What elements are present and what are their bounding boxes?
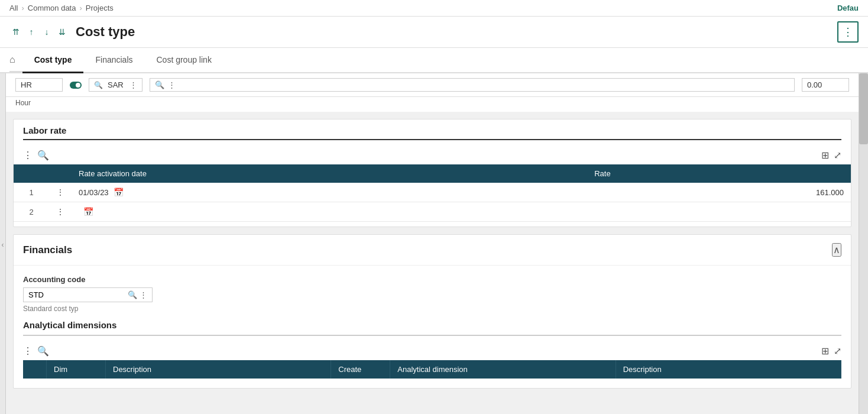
row1-more-icon[interactable]: ⋮ (56, 187, 64, 197)
hour-label-container: Hour (6, 97, 859, 112)
analytical-col-desc2: Description (616, 360, 841, 379)
row2-rate (587, 202, 851, 222)
scrollbar-track[interactable] (859, 73, 868, 414)
currency-more-icon[interactable]: ⋮ (129, 80, 137, 89)
col-rate-activation-date: Rate activation date (72, 164, 587, 183)
analytical-toolbar-search-icon[interactable]: 🔍 (37, 345, 49, 357)
home-icon[interactable]: ⌂ (9, 48, 22, 72)
col-num (14, 164, 49, 183)
row2-actions: ⋮ (49, 202, 72, 222)
empty-field: 🔍 ⋮ (150, 78, 795, 92)
tab-bar: ⌂ Cost type Financials Cost group link (0, 48, 868, 73)
row2-more-icon[interactable]: ⋮ (56, 207, 64, 216)
labor-toolbar-expand-icon[interactable]: ⤢ (834, 150, 841, 161)
labor-rate-table: Rate activation date Rate 1 ⋮ 01/03/23 (14, 164, 851, 222)
header-more-button[interactable]: ⋮ (837, 21, 859, 43)
left-panel[interactable]: ‹ (0, 73, 6, 414)
analytical-col-dim: Dim (47, 360, 106, 379)
row1-rate: 161.000 (587, 183, 851, 202)
currency-field[interactable]: 🔍 SAR ⋮ (89, 78, 142, 92)
financials-body: Accounting code 🔍 ⋮ Standard cost typ An… (14, 266, 851, 388)
breadcrumb-sep2: › (79, 4, 82, 12)
code-value: HR (21, 80, 32, 89)
labor-toolbar-search-icon[interactable]: 🔍 (37, 150, 49, 161)
row2-calendar-icon[interactable]: 📅 (83, 207, 93, 216)
tab-financials[interactable]: Financials (83, 48, 144, 73)
search-icon-small: 🔍 (94, 81, 103, 89)
breadcrumb: All › Common data › Projects (9, 4, 114, 12)
right-scrollbar[interactable] (859, 73, 868, 414)
row1-actions: ⋮ (49, 183, 72, 202)
labor-table-header-row: Rate activation date Rate (14, 164, 851, 183)
financials-collapse-button[interactable]: ∧ (832, 243, 841, 257)
row2-date[interactable]: 📅 (72, 202, 587, 222)
content-area: HR 🔍 SAR ⋮ 🔍 ⋮ 0.00 (6, 73, 859, 414)
analytical-table-header: Dim Description Create Analytical dimens… (23, 360, 841, 379)
page-title: Cost type (76, 24, 135, 40)
code-field[interactable]: HR (15, 78, 63, 92)
header-left: ⇈ ↑ ↓ ⇊ Cost type (9, 24, 135, 40)
field-more-icon[interactable]: ⋮ (168, 80, 176, 89)
top-nav: All › Common data › Projects Defau (0, 0, 868, 17)
accounting-code-input[interactable] (28, 290, 128, 299)
sort-icons: ⇈ ↑ ↓ ⇊ (9, 25, 69, 38)
row1-date-value: 01/03/23 (79, 188, 109, 197)
analytical-col-0 (23, 360, 47, 379)
row1-rate-value: 161.000 (594, 188, 844, 197)
col-actions (49, 164, 72, 183)
financials-title: Financials (23, 244, 72, 256)
tab-cost-type[interactable]: Cost type (22, 48, 84, 73)
accounting-code-row: 🔍 ⋮ (23, 287, 841, 302)
left-panel-arrow-icon: ‹ (2, 241, 4, 249)
labor-rate-title: Labor rate (23, 125, 841, 140)
header-bar: ⇈ ↑ ↓ ⇊ Cost type ⋮ (0, 17, 868, 48)
row2-num: 2 (14, 202, 49, 222)
analytical-toolbar-expand-icon[interactable]: ⤢ (834, 345, 841, 357)
analytical-toolbar-more-icon[interactable]: ⋮ (23, 345, 33, 357)
row1-date: 01/03/23 📅 (72, 183, 587, 202)
rate-field: 0.00 (802, 78, 849, 92)
accounting-code-hint: Standard cost typ (23, 305, 841, 313)
scrollbar-thumb[interactable] (859, 73, 868, 144)
sort-last-icon[interactable]: ⇊ (56, 25, 69, 38)
accounting-code-label: Accounting code (23, 275, 841, 284)
toggle-circle[interactable] (70, 82, 82, 89)
labor-toolbar-right: ⊞ ⤢ (821, 150, 841, 161)
field-search-icon[interactable]: 🔍 (155, 80, 164, 89)
financials-section: Financials ∧ Accounting code 🔍 ⋮ Standar… (13, 234, 851, 389)
top-nav-label: Defau (837, 4, 859, 12)
toggle-field (70, 82, 82, 89)
table-row: 1 ⋮ 01/03/23 📅 161.000 (14, 183, 851, 202)
sort-down-icon[interactable]: ↓ (40, 25, 53, 38)
analytical-col-create: Create (331, 360, 390, 379)
main-content: ‹ HR 🔍 SAR ⋮ 🔍 ⋮ (0, 73, 868, 414)
sort-first-icon[interactable]: ⇈ (9, 25, 22, 38)
accounting-search-icon[interactable]: 🔍 (128, 290, 137, 299)
financials-header: Financials ∧ (14, 235, 851, 266)
row1-num: 1 (14, 183, 49, 202)
breadcrumb-common-data[interactable]: Common data (28, 4, 76, 12)
numeric-field[interactable]: 0.00 (802, 78, 849, 92)
labor-rate-toolbar: ⋮ 🔍 ⊞ ⤢ (14, 146, 851, 164)
numeric-value: 0.00 (807, 80, 822, 89)
analytical-col-desc1: Description (106, 360, 331, 379)
col-rate: Rate (587, 164, 851, 183)
hour-label: Hour (15, 99, 31, 109)
spacer-field: 🔍 ⋮ (150, 78, 795, 92)
analytical-col-analytical: Analytical dimension (390, 360, 616, 379)
labor-rate-header: Labor rate (14, 119, 851, 140)
accounting-more-icon[interactable]: ⋮ (140, 290, 147, 299)
analytical-dimensions-title: Analytical dimensions (23, 320, 841, 330)
breadcrumb-sep1: › (21, 4, 24, 12)
sort-up-icon[interactable]: ↑ (25, 25, 38, 38)
accounting-code-input-box[interactable]: 🔍 ⋮ (23, 287, 153, 302)
breadcrumb-projects[interactable]: Projects (86, 4, 114, 12)
labor-toolbar-more-icon[interactable]: ⋮ (23, 150, 33, 161)
top-row: HR 🔍 SAR ⋮ 🔍 ⋮ 0.00 (6, 73, 859, 97)
analytical-toolbar-layers-icon[interactable]: ⊞ (821, 345, 829, 357)
row1-calendar-icon[interactable]: 📅 (114, 187, 124, 197)
tab-cost-group-link[interactable]: Cost group link (145, 48, 224, 73)
analytical-toolbar: ⋮ 🔍 ⊞ ⤢ (23, 342, 841, 360)
breadcrumb-all[interactable]: All (9, 4, 18, 12)
labor-toolbar-layers-icon[interactable]: ⊞ (821, 150, 829, 161)
